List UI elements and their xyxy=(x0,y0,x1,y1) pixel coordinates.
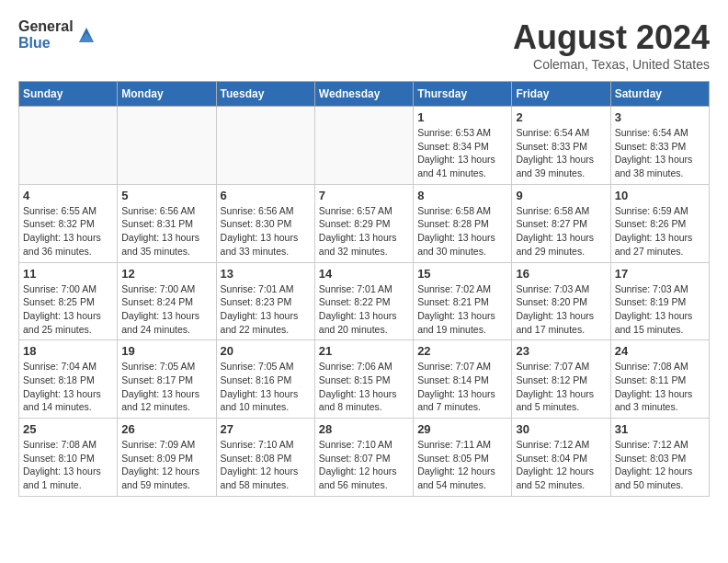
calendar-week-row: 4Sunrise: 6:55 AM Sunset: 8:32 PM Daylig… xyxy=(19,184,710,262)
calendar-cell: 12Sunrise: 7:00 AM Sunset: 8:24 PM Dayli… xyxy=(118,262,216,340)
day-number: 6 xyxy=(221,189,311,202)
calendar-week-row: 1Sunrise: 6:53 AM Sunset: 8:34 PM Daylig… xyxy=(19,107,710,185)
day-number: 4 xyxy=(23,189,113,202)
day-number: 7 xyxy=(319,189,409,202)
day-info: Sunrise: 6:56 AM Sunset: 8:31 PM Dayligh… xyxy=(121,204,211,259)
day-info: Sunrise: 7:01 AM Sunset: 8:23 PM Dayligh… xyxy=(221,282,311,337)
day-number: 26 xyxy=(121,422,211,436)
day-info: Sunrise: 7:02 AM Sunset: 8:21 PM Dayligh… xyxy=(417,282,507,337)
calendar-cell: 11Sunrise: 7:00 AM Sunset: 8:25 PM Dayli… xyxy=(19,262,118,340)
weekday-header-monday: Monday xyxy=(118,82,216,107)
calendar-cell: 4Sunrise: 6:55 AM Sunset: 8:32 PM Daylig… xyxy=(19,184,118,262)
calendar-cell: 19Sunrise: 7:05 AM Sunset: 8:17 PM Dayli… xyxy=(118,340,216,419)
calendar-cell: 16Sunrise: 7:03 AM Sunset: 8:20 PM Dayli… xyxy=(512,262,610,340)
day-number: 16 xyxy=(516,267,606,281)
day-number: 11 xyxy=(23,267,113,281)
day-info: Sunrise: 6:57 AM Sunset: 8:29 PM Dayligh… xyxy=(319,204,409,259)
calendar-cell: 14Sunrise: 7:01 AM Sunset: 8:22 PM Dayli… xyxy=(314,262,413,340)
day-info: Sunrise: 7:03 AM Sunset: 8:20 PM Dayligh… xyxy=(516,282,606,337)
day-info: Sunrise: 7:05 AM Sunset: 8:16 PM Dayligh… xyxy=(221,360,311,414)
day-info: Sunrise: 7:03 AM Sunset: 8:19 PM Dayligh… xyxy=(615,282,705,337)
day-number: 13 xyxy=(221,267,311,281)
calendar-week-row: 18Sunrise: 7:04 AM Sunset: 8:18 PM Dayli… xyxy=(19,340,710,419)
calendar-cell: 24Sunrise: 7:08 AM Sunset: 8:11 PM Dayli… xyxy=(610,340,709,419)
calendar-cell: 21Sunrise: 7:06 AM Sunset: 8:15 PM Dayli… xyxy=(314,340,413,419)
calendar-cell: 25Sunrise: 7:08 AM Sunset: 8:10 PM Dayli… xyxy=(19,419,118,497)
day-info: Sunrise: 7:09 AM Sunset: 8:09 PM Dayligh… xyxy=(121,438,211,492)
calendar-cell: 18Sunrise: 7:04 AM Sunset: 8:18 PM Dayli… xyxy=(19,340,118,419)
day-number: 23 xyxy=(516,344,606,358)
day-number: 31 xyxy=(615,422,705,436)
calendar-cell: 2Sunrise: 6:54 AM Sunset: 8:33 PM Daylig… xyxy=(512,107,610,185)
calendar-cell: 15Sunrise: 7:02 AM Sunset: 8:21 PM Dayli… xyxy=(414,262,512,340)
day-info: Sunrise: 6:58 AM Sunset: 8:28 PM Dayligh… xyxy=(417,204,507,259)
logo-general-text: General xyxy=(18,18,74,35)
calendar-cell: 9Sunrise: 6:58 AM Sunset: 8:27 PM Daylig… xyxy=(512,184,610,262)
day-number: 18 xyxy=(23,344,113,358)
day-info: Sunrise: 6:54 AM Sunset: 8:33 PM Dayligh… xyxy=(516,126,606,180)
day-number: 27 xyxy=(221,422,311,436)
day-number: 17 xyxy=(615,267,705,281)
calendar-cell: 13Sunrise: 7:01 AM Sunset: 8:23 PM Dayli… xyxy=(216,262,314,340)
calendar-cell: 30Sunrise: 7:12 AM Sunset: 8:04 PM Dayli… xyxy=(512,419,610,497)
calendar-cell: 7Sunrise: 6:57 AM Sunset: 8:29 PM Daylig… xyxy=(314,184,413,262)
calendar-cell: 22Sunrise: 7:07 AM Sunset: 8:14 PM Dayli… xyxy=(414,340,512,419)
day-info: Sunrise: 7:07 AM Sunset: 8:14 PM Dayligh… xyxy=(417,360,507,414)
weekday-header-wednesday: Wednesday xyxy=(314,82,413,107)
calendar-cell: 5Sunrise: 6:56 AM Sunset: 8:31 PM Daylig… xyxy=(118,184,216,262)
weekday-header-tuesday: Tuesday xyxy=(216,82,314,107)
calendar-cell: 17Sunrise: 7:03 AM Sunset: 8:19 PM Dayli… xyxy=(610,262,709,340)
weekday-header-row: SundayMondayTuesdayWednesdayThursdayFrid… xyxy=(19,82,710,107)
day-info: Sunrise: 7:10 AM Sunset: 8:07 PM Dayligh… xyxy=(319,438,409,492)
day-number: 24 xyxy=(615,344,705,358)
calendar-cell xyxy=(314,107,413,185)
calendar-week-row: 25Sunrise: 7:08 AM Sunset: 8:10 PM Dayli… xyxy=(19,419,710,497)
logo-blue-text: Blue xyxy=(18,35,74,52)
calendar-week-row: 11Sunrise: 7:00 AM Sunset: 8:25 PM Dayli… xyxy=(19,262,710,340)
calendar-cell: 8Sunrise: 6:58 AM Sunset: 8:28 PM Daylig… xyxy=(414,184,512,262)
calendar-cell: 6Sunrise: 6:56 AM Sunset: 8:30 PM Daylig… xyxy=(216,184,314,262)
day-info: Sunrise: 7:04 AM Sunset: 8:18 PM Dayligh… xyxy=(23,360,113,414)
day-info: Sunrise: 7:08 AM Sunset: 8:11 PM Dayligh… xyxy=(615,360,705,414)
svg-marker-1 xyxy=(79,33,94,42)
calendar-cell xyxy=(19,107,118,185)
calendar-cell xyxy=(118,107,216,185)
day-info: Sunrise: 6:58 AM Sunset: 8:27 PM Dayligh… xyxy=(516,204,606,259)
day-info: Sunrise: 7:10 AM Sunset: 8:08 PM Dayligh… xyxy=(221,438,311,492)
title-area: August 2024 Coleman, Texas, United State… xyxy=(513,18,710,72)
day-info: Sunrise: 7:00 AM Sunset: 8:25 PM Dayligh… xyxy=(23,282,113,337)
day-number: 10 xyxy=(615,189,705,202)
day-number: 20 xyxy=(221,344,311,358)
calendar-cell: 3Sunrise: 6:54 AM Sunset: 8:33 PM Daylig… xyxy=(610,107,709,185)
day-number: 14 xyxy=(319,267,409,281)
day-number: 12 xyxy=(121,267,211,281)
calendar-cell: 1Sunrise: 6:53 AM Sunset: 8:34 PM Daylig… xyxy=(414,107,512,185)
day-info: Sunrise: 6:54 AM Sunset: 8:33 PM Dayligh… xyxy=(615,126,705,180)
logo-icon xyxy=(77,26,96,44)
weekday-header-saturday: Saturday xyxy=(610,82,709,107)
weekday-header-sunday: Sunday xyxy=(19,82,118,107)
day-number: 30 xyxy=(516,422,606,436)
month-title: August 2024 xyxy=(513,18,710,57)
calendar-cell: 29Sunrise: 7:11 AM Sunset: 8:05 PM Dayli… xyxy=(414,419,512,497)
calendar-cell: 23Sunrise: 7:07 AM Sunset: 8:12 PM Dayli… xyxy=(512,340,610,419)
day-info: Sunrise: 7:06 AM Sunset: 8:15 PM Dayligh… xyxy=(319,360,409,414)
calendar-cell: 28Sunrise: 7:10 AM Sunset: 8:07 PM Dayli… xyxy=(314,419,413,497)
calendar-table: SundayMondayTuesdayWednesdayThursdayFrid… xyxy=(18,81,710,497)
day-number: 28 xyxy=(319,422,409,436)
day-info: Sunrise: 7:05 AM Sunset: 8:17 PM Dayligh… xyxy=(121,360,211,414)
day-number: 21 xyxy=(319,344,409,358)
calendar-cell: 20Sunrise: 7:05 AM Sunset: 8:16 PM Dayli… xyxy=(216,340,314,419)
day-number: 2 xyxy=(516,110,606,124)
day-number: 5 xyxy=(121,189,211,202)
day-number: 9 xyxy=(516,189,606,202)
day-number: 1 xyxy=(417,110,507,124)
day-number: 3 xyxy=(615,110,705,124)
calendar-cell: 26Sunrise: 7:09 AM Sunset: 8:09 PM Dayli… xyxy=(118,419,216,497)
day-number: 15 xyxy=(417,267,507,281)
day-info: Sunrise: 7:07 AM Sunset: 8:12 PM Dayligh… xyxy=(516,360,606,414)
day-info: Sunrise: 6:59 AM Sunset: 8:26 PM Dayligh… xyxy=(615,204,705,259)
weekday-header-thursday: Thursday xyxy=(414,82,512,107)
day-number: 29 xyxy=(417,422,507,436)
day-info: Sunrise: 7:08 AM Sunset: 8:10 PM Dayligh… xyxy=(23,438,113,492)
